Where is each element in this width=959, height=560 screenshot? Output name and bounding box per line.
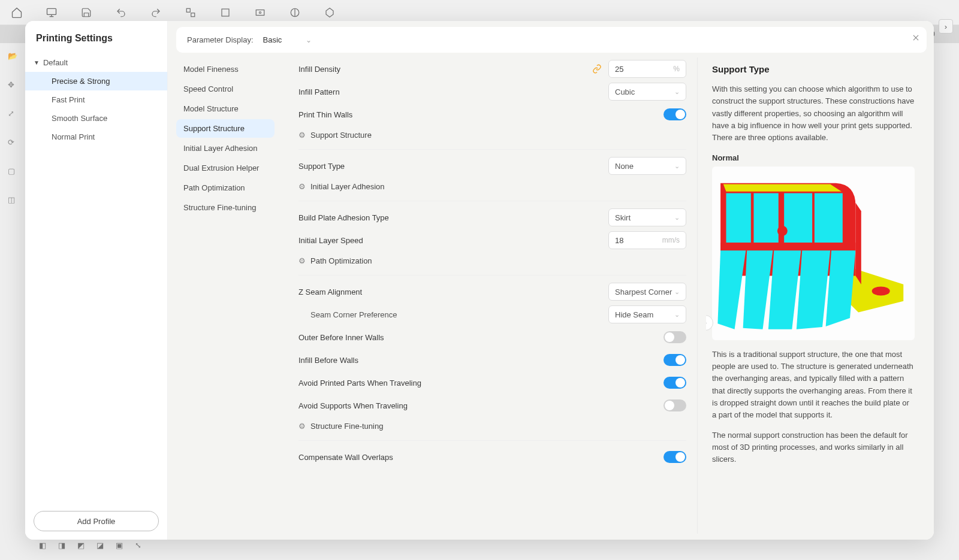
profile-item-fast-print[interactable]: Fast Print [25,90,167,109]
cat-model-structure[interactable]: Model Structure [176,99,275,118]
undo-icon[interactable] [113,4,129,21]
print-thin-walls-toggle[interactable] [664,108,686,120]
gear-icon: ⚙ [298,422,306,431]
gear-icon: ⚙ [298,256,306,265]
chevron-down-icon: ⌄ [674,88,680,96]
printing-settings-modal: Printing Settings ▼ Default Precise & St… [25,21,934,540]
infill-density-input[interactable]: % [608,60,686,78]
build-plate-adhesion-select[interactable]: Skirt⌄ [608,208,686,226]
workspace-icon[interactable] [43,4,60,21]
support-icon[interactable]: ◫ [8,195,26,213]
chevron-down-icon: ⌄ [674,311,680,319]
avoid-supports-toggle[interactable] [664,399,686,411]
svg-rect-18 [784,193,812,243]
section-structure-fine-tuning: ⚙ Structure Fine-tuning [298,417,686,435]
close-button[interactable] [909,31,923,45]
tool-icon-1[interactable] [182,4,199,21]
cat-speed-control[interactable]: Speed Control [176,80,275,98]
outer-before-inner-toggle[interactable] [664,331,686,343]
cat-dual-extrusion-helper[interactable]: Dual Extrusion Helper [176,159,275,177]
modal-title: Printing Settings [25,21,167,53]
svg-marker-23 [743,250,773,329]
svg-marker-27 [855,203,861,284]
compensate-overlaps-toggle[interactable] [664,451,686,463]
cat-model-fineness[interactable]: Model Fineness [176,60,275,78]
row-infill-density: Infill Density % [298,57,686,80]
svg-marker-24 [768,250,801,329]
help-p3: The normal support construction has been… [712,429,915,465]
svg-marker-10 [326,8,333,17]
view-cube-4-icon[interactable]: ◪ [96,541,110,554]
view-cube-1-icon[interactable]: ◧ [39,541,52,554]
tool-icon-5[interactable] [321,4,338,21]
redo-icon[interactable] [147,4,164,21]
mirror-icon[interactable]: ▢ [8,167,26,184]
view-cube-2-icon[interactable]: ◨ [58,541,71,554]
row-build-plate-adhesion: Build Plate Adhesion Type Skirt⌄ [298,206,686,229]
help-panel[interactable]: › Support Type With this setting you can… [706,57,927,534]
svg-marker-25 [797,250,830,329]
infill-before-walls-toggle[interactable] [664,354,686,366]
section-path-optimization: ⚙ Path Optimization [298,252,686,270]
tool-icon-3[interactable] [252,4,269,21]
open-icon[interactable]: 📂 [8,52,26,69]
tool-icon-4[interactable] [287,4,303,21]
help-illustration [712,167,915,340]
view-cube-5-icon[interactable]: ▣ [116,541,129,554]
avoid-printed-toggle[interactable] [664,377,686,389]
expand-icon[interactable]: ⤡ [135,541,148,554]
support-type-select[interactable]: None⌄ [608,157,686,175]
modal-main: Parameter Display: Basic ⌄ Model Finenes… [168,21,934,540]
svg-rect-4 [191,13,195,16]
profile-sidebar: Printing Settings ▼ Default Precise & St… [25,21,168,540]
tool-icon-2[interactable] [217,4,234,21]
help-p2: This is a traditional support structure,… [712,349,915,421]
profile-group-default[interactable]: ▼ Default [25,53,167,72]
row-infill-pattern: Infill Pattern Cubic⌄ [298,80,686,103]
caret-down-icon: ▼ [34,59,40,66]
profile-item-precise-strong[interactable]: Precise & Strong [25,72,167,90]
category-nav: Model Fineness Speed Control Model Struc… [176,57,275,534]
rotate-icon[interactable]: ⟳ [8,138,26,156]
svg-marker-22 [717,250,746,329]
param-display-label: Parameter Display: [187,35,254,44]
profile-item-normal-print[interactable]: Normal Print [25,128,167,146]
row-avoid-supports: Avoid Supports When Traveling [298,394,686,417]
add-profile-button[interactable]: Add Profile [34,511,159,531]
profile-item-smooth-surface[interactable]: Smooth Surface [25,109,167,128]
view-cube-3-icon[interactable]: ◩ [77,541,91,554]
cat-support-structure[interactable]: Support Structure [176,119,275,138]
gear-icon: ⚙ [298,131,306,140]
link-icon[interactable] [592,63,602,74]
home-icon[interactable] [8,4,25,21]
initial-layer-speed-input[interactable]: mm/s [608,231,686,249]
svg-rect-16 [726,193,750,243]
row-seam-corner-preference: Seam Corner Preference Hide Seam⌄ [298,303,686,326]
cat-structure-fine-tuning[interactable]: Structure Fine-tuning [176,198,275,217]
infill-pattern-select[interactable]: Cubic⌄ [608,83,686,101]
z-seam-select[interactable]: Sharpest Corner⌄ [608,283,686,301]
section-support-structure: ⚙ Support Structure [298,126,686,144]
cat-path-optimization[interactable]: Path Optimization [176,178,275,197]
settings-list[interactable]: Infill Density % Infill Pattern Cubic⌄ [283,57,698,534]
scale-icon[interactable]: ⤢ [8,109,26,127]
move-icon[interactable]: ✥ [8,80,26,98]
svg-point-14 [872,286,890,295]
param-display-select[interactable]: Basic ⌄ [263,35,312,44]
chevron-down-icon: ⌄ [674,214,680,222]
row-compensate-wall-overlaps: Compensate Wall Overlaps [298,446,686,468]
svg-marker-15 [723,184,842,192]
svg-rect-3 [186,8,190,12]
view-toolbar: ◧ ◨ ◩ ◪ ▣ ⤡ [39,541,148,554]
cat-initial-layer-adhesion[interactable]: Initial Layer Adhesion [176,139,275,158]
svg-point-7 [260,11,261,13]
seam-corner-select[interactable]: Hide Seam⌄ [608,305,686,323]
save-icon[interactable] [78,4,95,21]
chevron-down-icon: ⌄ [306,36,312,44]
row-support-type: Support Type None⌄ [298,155,686,177]
help-p1: With this setting you can choose which a… [712,83,915,144]
profile-group-label: Default [43,58,68,67]
help-title: Support Type [712,62,915,76]
chevron-down-icon: ⌄ [674,162,680,170]
next-arrow-icon[interactable]: › [939,19,953,34]
